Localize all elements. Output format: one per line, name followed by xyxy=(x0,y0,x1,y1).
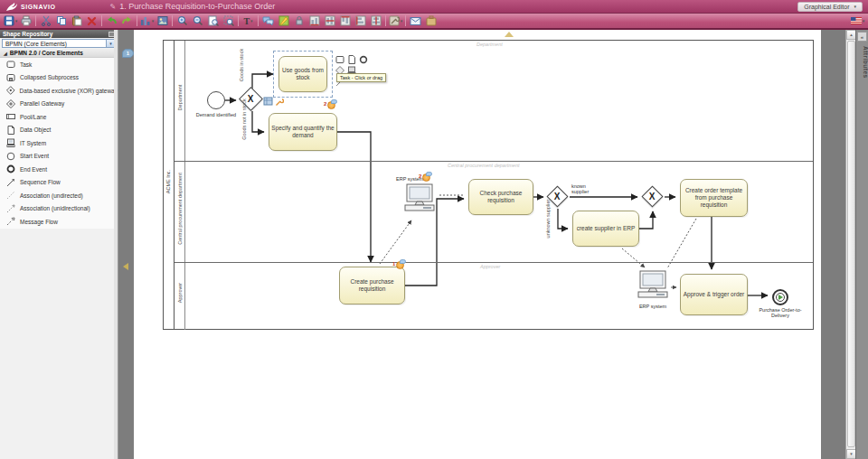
task-approve-trigger-order[interactable]: Approve & trigger order xyxy=(680,274,748,315)
text-format-button[interactable]: T ▾ xyxy=(241,14,256,28)
palette-data-object-icon[interactable] xyxy=(347,55,356,64)
align-top-button[interactable] xyxy=(337,14,353,28)
palette-end-event-icon[interactable] xyxy=(359,55,368,64)
undo-button[interactable] xyxy=(104,14,119,28)
task-create-order-template[interactable]: Create order template from purchase requ… xyxy=(680,179,748,217)
comment-badge-create-requisition[interactable]: 1 xyxy=(392,261,404,269)
tools-button[interactable]: ▾ xyxy=(388,14,403,28)
bars-icon xyxy=(140,15,151,26)
editor-mode-select[interactable]: Graphical Editor ▾ xyxy=(797,2,863,12)
cut-button[interactable] xyxy=(38,14,53,28)
task-use-goods-from-stock[interactable]: Use goods from stock xyxy=(278,56,327,92)
task-specify-demand[interactable]: Specify and quantify the demand xyxy=(269,113,337,151)
main-toolbar: ▾ ▾ xyxy=(0,14,868,30)
zoom-fit-button[interactable] xyxy=(205,14,221,28)
association-shape-icon xyxy=(6,191,15,200)
highlight-button[interactable] xyxy=(276,14,291,28)
comment-badge-erp1[interactable]: 2 xyxy=(419,173,430,182)
stencil-item-task[interactable]: Task xyxy=(0,58,118,71)
end-event-label: Purchase Order-to-Delivery xyxy=(755,307,806,318)
it-system-erp-2[interactable] xyxy=(637,270,670,302)
stencil-item-message-flow[interactable]: Message Flow xyxy=(0,215,118,229)
image-button[interactable] xyxy=(155,14,170,28)
paste-button[interactable] xyxy=(69,14,84,28)
brand-text: SIGNAVIO xyxy=(21,4,56,10)
task-create-supplier-in-erp[interactable]: create supplier in ERP xyxy=(572,211,639,247)
wrench-quick-icon[interactable] xyxy=(275,98,284,107)
lane-label-central: Central procurement department xyxy=(177,159,183,258)
it-system-erp-1[interactable] xyxy=(403,183,437,215)
toolbar-separator xyxy=(385,15,386,26)
stencil-item-label: Pool/Lane xyxy=(20,114,46,120)
zoom-fit-icon xyxy=(208,15,219,26)
data-object-shape-icon xyxy=(6,126,15,135)
stencil-item-parallel-gateway[interactable]: Parallel Gateway xyxy=(0,98,118,111)
copy-button[interactable] xyxy=(53,14,69,28)
palette-task-icon[interactable] xyxy=(335,55,344,64)
subprocess-button[interactable]: ▾ xyxy=(139,14,155,28)
export-button[interactable] xyxy=(423,14,439,28)
lock-button[interactable] xyxy=(291,14,307,28)
edge-label-goods-not-in-stock: Goods not in stock xyxy=(241,98,247,141)
task-check-purchase-requisition[interactable]: Check purchase requisition xyxy=(468,179,533,215)
gazelle-icon xyxy=(5,2,18,12)
morph-shape-icon[interactable] xyxy=(263,96,273,106)
chevron-down-icon: ▾ xyxy=(15,19,18,23)
zoom-in-button[interactable] xyxy=(175,14,190,28)
badge-orange-icon xyxy=(327,101,335,109)
stencil-item-pool-lane[interactable]: Pool/Lane xyxy=(0,110,118,124)
zoom-out-button[interactable] xyxy=(190,14,205,28)
paste-icon xyxy=(71,15,82,26)
scrollbar-thumb[interactable] xyxy=(847,41,855,447)
expand-attributes-button[interactable]: « xyxy=(857,32,867,42)
stencil-set-select[interactable]: BPMN (Core Elements) ▾ xyxy=(2,39,116,48)
stencil-item-sequence-flow[interactable]: Sequence Flow xyxy=(0,176,118,190)
canvas-vertical-scrollbar[interactable]: ▲ ▼ xyxy=(845,30,855,459)
language-flag-button[interactable]: ▾ xyxy=(850,14,865,28)
stencil-item-label: Sequence Flow xyxy=(20,179,61,185)
stencil-item-collapsed-subprocess[interactable]: Collapsed Subprocess xyxy=(0,71,118,85)
shape-repository-title: Shape Repository xyxy=(3,31,52,37)
attributes-panel-label: Attributes xyxy=(856,46,868,79)
stencil-item-label: Association (unidirectional) xyxy=(20,205,90,211)
stencil-item-end-event[interactable]: End Event xyxy=(0,163,118,176)
toolbar-separator xyxy=(405,15,406,26)
stencil-item-data-object[interactable]: Data Object xyxy=(0,124,118,137)
stencil-item-start-event[interactable]: Start Event xyxy=(0,150,118,164)
shape-repository-header: Shape Repository xyxy=(0,30,118,38)
stencil-item-association-undirected[interactable]: Association (undirected) xyxy=(0,189,118,202)
start-event-demand-identified[interactable] xyxy=(207,91,225,109)
sequence-flow-shape-icon xyxy=(6,178,15,187)
redo-button[interactable] xyxy=(119,14,135,28)
email-button[interactable] xyxy=(408,14,423,28)
zoom-selection-button[interactable] xyxy=(221,14,236,28)
stencil-group-header[interactable]: ◢ BPMN 2.0 / Core Elements xyxy=(0,49,118,58)
stencil-item-label: End Event xyxy=(20,166,47,173)
link-event-ring xyxy=(776,293,785,302)
align-center-button[interactable] xyxy=(368,14,383,28)
lane-watermark-central: Central procurement department xyxy=(448,163,519,168)
task-label: Create order template from purchase requ… xyxy=(683,187,745,208)
attributes-panel-collapsed[interactable]: « Attributes xyxy=(855,30,868,459)
end-event-purchase-order-to-delivery[interactable] xyxy=(772,289,788,305)
badge-bubble-icon xyxy=(426,172,432,176)
stencil-item-it-system[interactable]: IT System xyxy=(0,136,118,150)
task-create-purchase-requisition[interactable]: Create purchase requisition xyxy=(339,267,405,304)
align-left-button[interactable] xyxy=(353,14,368,28)
align-left-icon xyxy=(355,15,366,26)
sidebar-scrollbar[interactable] xyxy=(114,30,118,459)
align-bottom-button[interactable] xyxy=(307,14,322,28)
print-icon xyxy=(21,15,32,26)
comment-badge-specify[interactable]: 2 xyxy=(324,101,335,109)
comments-button[interactable] xyxy=(260,14,276,28)
edit-title-icon[interactable]: ✎ xyxy=(110,3,117,11)
delete-button[interactable] xyxy=(84,14,99,28)
stencil-item-association-unidirectional[interactable]: Association (unidirectional) xyxy=(0,202,118,216)
align-middle-button[interactable] xyxy=(322,14,337,28)
lane-label-department: Department xyxy=(177,43,183,152)
print-button[interactable] xyxy=(18,14,33,28)
save-button[interactable]: ▾ xyxy=(3,14,18,28)
badge-bubble-icon xyxy=(400,259,406,264)
document-title-text: 1. Purchase Requisition-to-Purchase Orde… xyxy=(119,2,275,11)
stencil-item-xor-gateway[interactable]: Data-based exclusive (XOR) gateway xyxy=(0,84,118,98)
